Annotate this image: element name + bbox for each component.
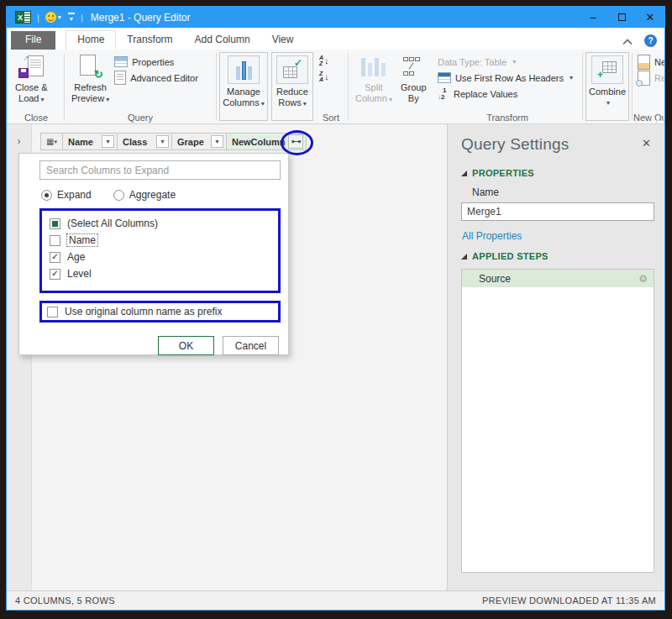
status-preview-downloaded: PREVIEW DOWNLOADED AT 11:35 AM — [482, 595, 656, 606]
search-columns-input[interactable] — [39, 160, 281, 180]
properties-section-label: PROPERTIES — [472, 168, 534, 178]
excel-app-icon[interactable]: X — [15, 11, 31, 24]
column-header-grape[interactable]: Grape ▼ — [172, 133, 227, 150]
query-settings-title: Query Settings — [461, 135, 569, 154]
customize-toolbar-button[interactable]: ▾ — [68, 13, 75, 23]
refresh-label2: Preview▾ — [71, 93, 109, 105]
step-label: Source — [479, 273, 511, 285]
group-separator — [216, 53, 217, 120]
split-column-button-disabled: Split Column▾ — [349, 50, 395, 123]
new-source-button[interactable]: New Sour — [636, 54, 664, 70]
column-header-name[interactable]: Name ▼ — [63, 133, 118, 150]
tab-file[interactable]: File — [11, 31, 55, 50]
cancel-button[interactable]: Cancel — [223, 336, 279, 355]
group-separator — [582, 53, 583, 120]
manage-columns-label2: Columns▾ — [223, 97, 264, 109]
checkbox-label: Level — [67, 268, 92, 280]
close-settings-icon[interactable]: ✕ — [638, 135, 654, 151]
query-name-input[interactable] — [461, 202, 654, 221]
filter-dropdown-icon[interactable]: ▼ — [156, 135, 169, 148]
feedback-smiley-icon — [45, 12, 56, 23]
feedback-smiley-button[interactable]: ▾ — [45, 12, 61, 23]
checkbox-age[interactable]: ✓ Age — [50, 249, 278, 265]
ok-button[interactable]: OK — [158, 336, 214, 355]
column-label: Grape — [177, 137, 204, 147]
replace-values-button[interactable]: 1 ↓2 Replace Values — [436, 86, 575, 102]
table-icon: ▦ — [46, 137, 54, 146]
group-label-query: Query — [66, 113, 215, 123]
smiley-caret-icon: ▾ — [58, 13, 61, 21]
column-header-class[interactable]: Class ▼ — [118, 133, 172, 150]
group-by-button[interactable]: Group By — [397, 52, 430, 110]
checkbox-label: Name — [67, 234, 97, 246]
expand-queries-pane-icon[interactable]: › — [7, 135, 31, 147]
tab-transform[interactable]: Transform — [116, 31, 183, 50]
group-separator — [64, 53, 65, 120]
sort-descending-button[interactable]: ZA ↓ — [319, 71, 329, 82]
new-source-label: New Sour — [654, 57, 664, 67]
tab-add-column[interactable]: Add Column — [184, 31, 261, 50]
column-header-newcolumn[interactable]: NewColumn ⇤⇥ — [227, 133, 307, 150]
window-title: Merge1 - Query Editor — [91, 12, 191, 24]
advanced-editor-button[interactable]: Advanced Editor — [113, 70, 200, 86]
group-label-close: Close — [9, 113, 63, 123]
replace-values-label: Replace Values — [454, 89, 517, 99]
use-prefix-option-annotated[interactable]: Use original column name as prefix — [39, 301, 281, 323]
titlebar-separator: | — [37, 13, 39, 23]
reduce-rows-button[interactable]: ✓ Reduce Rows▾ — [271, 52, 313, 121]
dropdown-caret-icon: ▾ — [303, 100, 307, 108]
dropdown-caret-icon: ▾ — [606, 97, 610, 108]
group-separator — [348, 53, 349, 120]
tab-view[interactable]: View — [261, 31, 305, 50]
checkbox-level[interactable]: ✓ Level — [50, 265, 278, 282]
group-by-button-wrap: Group By — [395, 50, 433, 123]
recent-sources-icon — [638, 71, 650, 86]
tab-home[interactable]: Home — [66, 30, 116, 50]
titlebar: X | ▾ ▾ | Merge1 - Query Editor – ✕ — [7, 7, 664, 28]
applied-step-source[interactable]: Source ⚙ — [462, 270, 654, 287]
checkbox-name[interactable]: Name — [50, 232, 278, 249]
table-corner-button[interactable]: ▦▾ — [40, 133, 63, 150]
sort-ascending-button[interactable]: AZ ↓ — [319, 55, 329, 66]
ribbon-group-transform: Data Type: Table ▾ Use First Row As Head… — [433, 50, 581, 123]
help-icon[interactable]: ? — [644, 34, 657, 47]
close-and-load-button[interactable]: → Close & Load▾ — [12, 52, 51, 110]
checkbox-select-all-columns[interactable]: (Select All Columns) — [50, 215, 278, 232]
all-properties-link[interactable]: All Properties — [462, 230, 654, 242]
radio-aggregate[interactable]: Aggregate — [113, 189, 176, 201]
group-label-transform: Transform — [433, 113, 581, 123]
ribbon-group-query: ↻ Refresh Preview▾ Properties Advanced E… — [66, 50, 215, 123]
step-settings-gear-icon[interactable]: ⚙ — [638, 273, 648, 285]
properties-section-header[interactable]: PROPERTIES — [461, 168, 654, 178]
properties-icon — [114, 56, 128, 67]
first-row-headers-icon — [438, 72, 451, 83]
ribbon-group-new-query: New Sour Recent So New Que — [633, 50, 664, 123]
dropdown-caret-icon: ▾ — [106, 96, 109, 103]
expand-column-icon[interactable]: ⇤⇥ — [288, 134, 303, 149]
maximize-button[interactable] — [607, 7, 636, 28]
combine-label: Combine — [589, 87, 626, 97]
filter-dropdown-icon[interactable]: ▼ — [102, 135, 114, 148]
use-first-row-as-headers-button[interactable]: Use First Row As Headers ▾ — [436, 70, 575, 86]
recent-sources-button[interactable]: Recent So — [636, 70, 664, 86]
excel-app-icon-sheet — [24, 12, 30, 23]
advanced-editor-label: Advanced Editor — [130, 73, 198, 83]
recent-sources-label: Recent So — [654, 73, 664, 83]
applied-steps-section-header[interactable]: APPLIED STEPS — [461, 251, 654, 261]
radio-expand[interactable]: Expand — [41, 189, 92, 201]
excel-app-icon-x: X — [16, 12, 24, 23]
ribbon-tab-row: File Home Transform Add Column View ? — [7, 28, 664, 50]
refresh-preview-button[interactable]: ↻ Refresh Preview▾ — [68, 52, 113, 110]
combine-button[interactable]: + Combine ▾ — [585, 52, 629, 121]
properties-button[interactable]: Properties — [113, 54, 200, 70]
reduce-rows-label2: Rows▾ — [278, 97, 307, 109]
checkbox-label: Age — [67, 251, 85, 263]
close-and-load-icon: → — [18, 53, 44, 80]
filter-dropdown-icon[interactable]: ▼ — [211, 135, 223, 148]
close-window-button[interactable]: ✕ — [636, 7, 664, 28]
first-row-headers-label: Use First Row As Headers — [455, 73, 564, 83]
dropdown-caret-icon: ▾ — [389, 96, 392, 103]
minimize-button[interactable]: – — [579, 7, 607, 28]
manage-columns-button[interactable]: Manage Columns▾ — [219, 52, 268, 121]
collapse-ribbon-icon[interactable] — [622, 39, 633, 45]
